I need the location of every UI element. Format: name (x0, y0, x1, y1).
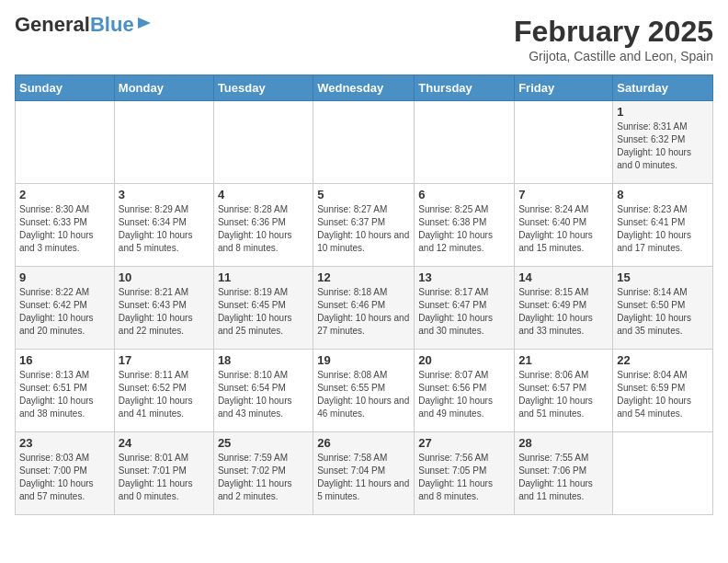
weekday-header-friday: Friday (515, 75, 613, 101)
calendar-cell: 21Sunrise: 8:06 AM Sunset: 6:57 PM Dayli… (515, 350, 613, 432)
calendar-cell: 26Sunrise: 7:58 AM Sunset: 7:04 PM Dayli… (313, 432, 415, 515)
logo: GeneralBlue (15, 15, 153, 35)
calendar-cell: 11Sunrise: 8:19 AM Sunset: 6:45 PM Dayli… (213, 267, 313, 350)
day-info: Sunrise: 7:56 AM Sunset: 7:05 PM Dayligh… (418, 452, 510, 503)
day-number: 27 (418, 436, 510, 450)
calendar-cell: 23Sunrise: 8:03 AM Sunset: 7:00 PM Dayli… (16, 432, 115, 515)
calendar-cell: 18Sunrise: 8:10 AM Sunset: 6:54 PM Dayli… (213, 350, 313, 432)
calendar-cell (114, 101, 213, 184)
calendar-cell (415, 101, 515, 184)
calendar-table: SundayMondayTuesdayWednesdayThursdayFrid… (15, 75, 713, 515)
day-info: Sunrise: 8:14 AM Sunset: 6:50 PM Dayligh… (617, 286, 709, 338)
logo-text: GeneralBlue (15, 15, 134, 35)
calendar-cell: 12Sunrise: 8:18 AM Sunset: 6:46 PM Dayli… (313, 267, 415, 350)
day-number: 18 (218, 353, 309, 367)
day-info: Sunrise: 8:28 AM Sunset: 6:36 PM Dayligh… (218, 203, 309, 255)
day-info: Sunrise: 8:04 AM Sunset: 6:59 PM Dayligh… (617, 369, 709, 420)
calendar-cell (613, 432, 713, 515)
calendar-cell: 5Sunrise: 8:27 AM Sunset: 6:37 PM Daylig… (313, 184, 415, 267)
day-info: Sunrise: 8:24 AM Sunset: 6:40 PM Dayligh… (518, 203, 609, 255)
calendar-week-row: 9Sunrise: 8:22 AM Sunset: 6:42 PM Daylig… (16, 267, 713, 350)
day-info: Sunrise: 8:17 AM Sunset: 6:47 PM Dayligh… (418, 286, 510, 338)
calendar-cell: 24Sunrise: 8:01 AM Sunset: 7:01 PM Dayli… (114, 432, 213, 515)
calendar-cell: 13Sunrise: 8:17 AM Sunset: 6:47 PM Dayli… (415, 267, 515, 350)
day-info: Sunrise: 8:29 AM Sunset: 6:34 PM Dayligh… (119, 203, 210, 255)
calendar-cell: 22Sunrise: 8:04 AM Sunset: 6:59 PM Dayli… (613, 350, 713, 432)
weekday-header-row: SundayMondayTuesdayWednesdayThursdayFrid… (16, 75, 713, 101)
day-number: 7 (518, 188, 609, 201)
day-info: Sunrise: 8:31 AM Sunset: 6:32 PM Dayligh… (617, 121, 709, 172)
logo-arrow-icon (136, 15, 153, 31)
day-number: 15 (617, 270, 709, 284)
day-info: Sunrise: 8:03 AM Sunset: 7:00 PM Dayligh… (19, 452, 110, 503)
day-number: 4 (218, 188, 309, 201)
day-number: 12 (317, 270, 410, 284)
calendar-cell: 17Sunrise: 8:11 AM Sunset: 6:52 PM Dayli… (114, 350, 213, 432)
calendar-body: 1Sunrise: 8:31 AM Sunset: 6:32 PM Daylig… (16, 101, 713, 515)
day-info: Sunrise: 8:15 AM Sunset: 6:49 PM Dayligh… (518, 286, 609, 338)
day-number: 22 (617, 353, 709, 367)
day-number: 23 (19, 436, 110, 450)
calendar-week-row: 2Sunrise: 8:30 AM Sunset: 6:33 PM Daylig… (16, 184, 713, 267)
day-number: 8 (617, 188, 709, 201)
weekday-header-tuesday: Tuesday (213, 75, 313, 101)
day-number: 11 (218, 270, 309, 284)
day-number: 25 (218, 436, 309, 450)
day-number: 28 (518, 436, 609, 450)
calendar-cell: 3Sunrise: 8:29 AM Sunset: 6:34 PM Daylig… (114, 184, 213, 267)
weekday-header-wednesday: Wednesday (313, 75, 415, 101)
day-number: 1 (617, 105, 709, 119)
day-number: 3 (119, 188, 210, 201)
day-info: Sunrise: 8:13 AM Sunset: 6:51 PM Dayligh… (19, 369, 110, 420)
day-info: Sunrise: 8:01 AM Sunset: 7:01 PM Dayligh… (119, 452, 210, 503)
title-section: February 2025 Grijota, Castille and Leon… (514, 15, 713, 63)
day-info: Sunrise: 8:21 AM Sunset: 6:43 PM Dayligh… (119, 286, 210, 338)
calendar-cell: 8Sunrise: 8:23 AM Sunset: 6:41 PM Daylig… (613, 184, 713, 267)
calendar-cell (515, 101, 613, 184)
calendar-cell: 14Sunrise: 8:15 AM Sunset: 6:49 PM Dayli… (515, 267, 613, 350)
calendar-cell: 28Sunrise: 7:55 AM Sunset: 7:06 PM Dayli… (515, 432, 613, 515)
calendar-cell: 19Sunrise: 8:08 AM Sunset: 6:55 PM Dayli… (313, 350, 415, 432)
calendar-cell: 4Sunrise: 8:28 AM Sunset: 6:36 PM Daylig… (213, 184, 313, 267)
calendar-subtitle: Grijota, Castille and Leon, Spain (514, 49, 713, 63)
day-info: Sunrise: 8:23 AM Sunset: 6:41 PM Dayligh… (617, 203, 709, 255)
day-number: 24 (119, 436, 210, 450)
weekday-header-thursday: Thursday (415, 75, 515, 101)
calendar-cell: 7Sunrise: 8:24 AM Sunset: 6:40 PM Daylig… (515, 184, 613, 267)
calendar-cell: 25Sunrise: 7:59 AM Sunset: 7:02 PM Dayli… (213, 432, 313, 515)
day-info: Sunrise: 8:07 AM Sunset: 6:56 PM Dayligh… (418, 369, 510, 420)
day-info: Sunrise: 8:25 AM Sunset: 6:38 PM Dayligh… (418, 203, 510, 255)
calendar-cell: 2Sunrise: 8:30 AM Sunset: 6:33 PM Daylig… (16, 184, 115, 267)
day-info: Sunrise: 8:27 AM Sunset: 6:37 PM Dayligh… (317, 203, 410, 255)
day-info: Sunrise: 8:30 AM Sunset: 6:33 PM Dayligh… (19, 203, 110, 255)
weekday-header-saturday: Saturday (613, 75, 713, 101)
day-info: Sunrise: 8:19 AM Sunset: 6:45 PM Dayligh… (218, 286, 309, 338)
calendar-cell: 6Sunrise: 8:25 AM Sunset: 6:38 PM Daylig… (415, 184, 515, 267)
calendar-week-row: 16Sunrise: 8:13 AM Sunset: 6:51 PM Dayli… (16, 350, 713, 432)
day-number: 13 (418, 270, 510, 284)
calendar-cell: 1Sunrise: 8:31 AM Sunset: 6:32 PM Daylig… (613, 101, 713, 184)
day-number: 14 (518, 270, 609, 284)
calendar-cell (16, 101, 115, 184)
calendar-cell: 20Sunrise: 8:07 AM Sunset: 6:56 PM Dayli… (415, 350, 515, 432)
page-header: GeneralBlue February 2025 Grijota, Casti… (15, 15, 713, 63)
calendar-cell: 10Sunrise: 8:21 AM Sunset: 6:43 PM Dayli… (114, 267, 213, 350)
day-info: Sunrise: 8:10 AM Sunset: 6:54 PM Dayligh… (218, 369, 309, 420)
day-info: Sunrise: 8:18 AM Sunset: 6:46 PM Dayligh… (317, 286, 410, 338)
calendar-week-row: 23Sunrise: 8:03 AM Sunset: 7:00 PM Dayli… (16, 432, 713, 515)
svg-marker-0 (138, 17, 151, 29)
day-info: Sunrise: 8:22 AM Sunset: 6:42 PM Dayligh… (19, 286, 110, 338)
day-info: Sunrise: 8:08 AM Sunset: 6:55 PM Dayligh… (317, 369, 410, 420)
weekday-header-monday: Monday (114, 75, 213, 101)
calendar-cell: 9Sunrise: 8:22 AM Sunset: 6:42 PM Daylig… (16, 267, 115, 350)
weekday-header-sunday: Sunday (16, 75, 115, 101)
day-number: 26 (317, 436, 410, 450)
day-info: Sunrise: 8:11 AM Sunset: 6:52 PM Dayligh… (119, 369, 210, 420)
day-number: 20 (418, 353, 510, 367)
day-info: Sunrise: 7:59 AM Sunset: 7:02 PM Dayligh… (218, 452, 309, 503)
day-number: 9 (19, 270, 110, 284)
day-number: 19 (317, 353, 410, 367)
day-number: 6 (418, 188, 510, 201)
calendar-cell (313, 101, 415, 184)
day-info: Sunrise: 8:06 AM Sunset: 6:57 PM Dayligh… (518, 369, 609, 420)
